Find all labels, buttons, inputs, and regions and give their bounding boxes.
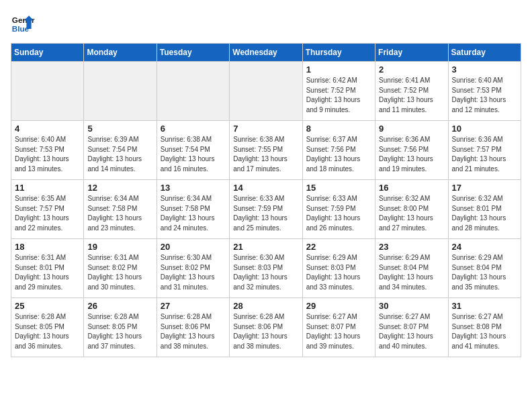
day-info: Sunrise: 6:41 AM Sunset: 7:52 PM Dayligh… (379, 76, 444, 115)
day-info: Sunrise: 6:27 AM Sunset: 8:07 PM Dayligh… (379, 312, 444, 351)
day-number: 1 (306, 64, 371, 75)
calendar-cell: 2Sunrise: 6:41 AM Sunset: 7:52 PM Daylig… (375, 62, 448, 121)
day-info: Sunrise: 6:27 AM Sunset: 8:08 PM Dayligh… (452, 312, 517, 351)
calendar-cell (84, 62, 157, 121)
calendar-cell: 23Sunrise: 6:29 AM Sunset: 8:04 PM Dayli… (375, 239, 448, 298)
day-number: 15 (306, 183, 371, 193)
day-number: 31 (452, 301, 517, 311)
calendar-cell: 9Sunrise: 6:36 AM Sunset: 7:56 PM Daylig… (375, 121, 448, 180)
calendar-cell: 1Sunrise: 6:42 AM Sunset: 7:52 PM Daylig… (302, 62, 375, 121)
day-info: Sunrise: 6:29 AM Sunset: 8:03 PM Dayligh… (306, 253, 371, 292)
day-number: 14 (233, 183, 298, 193)
day-info: Sunrise: 6:35 AM Sunset: 7:57 PM Dayligh… (15, 194, 80, 233)
day-number: 29 (306, 301, 371, 311)
weekday-header: Tuesday (157, 44, 229, 62)
calendar-cell: 28Sunrise: 6:28 AM Sunset: 8:06 PM Dayli… (230, 298, 302, 357)
day-number: 12 (87, 183, 152, 193)
day-info: Sunrise: 6:36 AM Sunset: 7:56 PM Dayligh… (379, 135, 444, 174)
calendar-cell: 16Sunrise: 6:32 AM Sunset: 8:00 PM Dayli… (375, 180, 448, 239)
logo: General Blue (11, 11, 35, 35)
calendar-cell: 11Sunrise: 6:35 AM Sunset: 7:57 PM Dayli… (11, 180, 84, 239)
calendar-cell: 19Sunrise: 6:31 AM Sunset: 8:02 PM Dayli… (84, 239, 157, 298)
day-info: Sunrise: 6:29 AM Sunset: 8:04 PM Dayligh… (379, 253, 444, 292)
day-number: 28 (233, 301, 298, 311)
day-number: 11 (15, 183, 80, 193)
day-number: 10 (452, 124, 517, 134)
day-info: Sunrise: 6:38 AM Sunset: 7:55 PM Dayligh… (233, 135, 298, 174)
day-info: Sunrise: 6:32 AM Sunset: 8:01 PM Dayligh… (452, 194, 517, 233)
day-number: 18 (15, 242, 80, 252)
calendar-cell: 5Sunrise: 6:39 AM Sunset: 7:54 PM Daylig… (84, 121, 157, 180)
day-number: 3 (452, 64, 517, 75)
day-info: Sunrise: 6:38 AM Sunset: 7:54 PM Dayligh… (161, 135, 226, 174)
calendar-cell: 25Sunrise: 6:28 AM Sunset: 8:05 PM Dayli… (11, 298, 84, 357)
calendar-cell: 4Sunrise: 6:40 AM Sunset: 7:53 PM Daylig… (11, 121, 84, 180)
calendar-cell: 3Sunrise: 6:40 AM Sunset: 7:53 PM Daylig… (448, 62, 521, 121)
day-number: 20 (161, 242, 226, 252)
day-number: 19 (87, 242, 152, 252)
day-number: 24 (452, 242, 517, 252)
day-number: 2 (379, 64, 444, 75)
day-number: 6 (161, 124, 226, 134)
calendar-cell: 20Sunrise: 6:30 AM Sunset: 8:02 PM Dayli… (157, 239, 229, 298)
day-info: Sunrise: 6:40 AM Sunset: 7:53 PM Dayligh… (452, 76, 517, 115)
day-info: Sunrise: 6:31 AM Sunset: 8:02 PM Dayligh… (87, 253, 152, 292)
calendar-cell: 27Sunrise: 6:28 AM Sunset: 8:06 PM Dayli… (157, 298, 229, 357)
calendar-cell (157, 62, 229, 121)
calendar-cell: 15Sunrise: 6:33 AM Sunset: 7:59 PM Dayli… (302, 180, 375, 239)
day-info: Sunrise: 6:27 AM Sunset: 8:07 PM Dayligh… (306, 312, 371, 351)
day-number: 5 (87, 124, 152, 134)
day-number: 16 (379, 183, 444, 193)
logo-icon: General Blue (11, 11, 35, 35)
calendar-cell: 7Sunrise: 6:38 AM Sunset: 7:55 PM Daylig… (230, 121, 302, 180)
day-number: 9 (379, 124, 444, 134)
day-info: Sunrise: 6:28 AM Sunset: 8:05 PM Dayligh… (87, 312, 152, 351)
day-info: Sunrise: 6:28 AM Sunset: 8:06 PM Dayligh… (233, 312, 298, 351)
calendar-cell: 31Sunrise: 6:27 AM Sunset: 8:08 PM Dayli… (448, 298, 521, 357)
day-info: Sunrise: 6:33 AM Sunset: 7:59 PM Dayligh… (306, 194, 371, 233)
day-info: Sunrise: 6:30 AM Sunset: 8:03 PM Dayligh… (233, 253, 298, 292)
calendar-cell: 29Sunrise: 6:27 AM Sunset: 8:07 PM Dayli… (302, 298, 375, 357)
day-info: Sunrise: 6:28 AM Sunset: 8:06 PM Dayligh… (161, 312, 226, 351)
weekday-header: Wednesday (230, 44, 302, 62)
day-number: 21 (233, 242, 298, 252)
calendar-cell: 22Sunrise: 6:29 AM Sunset: 8:03 PM Dayli… (302, 239, 375, 298)
weekday-header: Friday (375, 44, 448, 62)
calendar-table: SundayMondayTuesdayWednesdayThursdayFrid… (11, 43, 521, 357)
day-number: 4 (15, 124, 80, 134)
day-info: Sunrise: 6:28 AM Sunset: 8:05 PM Dayligh… (15, 312, 80, 351)
day-info: Sunrise: 6:39 AM Sunset: 7:54 PM Dayligh… (87, 135, 152, 174)
day-info: Sunrise: 6:32 AM Sunset: 8:00 PM Dayligh… (379, 194, 444, 233)
day-number: 22 (306, 242, 371, 252)
calendar-cell (11, 62, 84, 121)
day-info: Sunrise: 6:40 AM Sunset: 7:53 PM Dayligh… (15, 135, 80, 174)
day-number: 25 (15, 301, 80, 311)
calendar-cell: 17Sunrise: 6:32 AM Sunset: 8:01 PM Dayli… (448, 180, 521, 239)
calendar-cell: 30Sunrise: 6:27 AM Sunset: 8:07 PM Dayli… (375, 298, 448, 357)
calendar-cell: 10Sunrise: 6:36 AM Sunset: 7:57 PM Dayli… (448, 121, 521, 180)
day-number: 8 (306, 124, 371, 134)
day-number: 27 (161, 301, 226, 311)
calendar-cell: 14Sunrise: 6:33 AM Sunset: 7:59 PM Dayli… (230, 180, 302, 239)
calendar-cell: 6Sunrise: 6:38 AM Sunset: 7:54 PM Daylig… (157, 121, 229, 180)
day-info: Sunrise: 6:31 AM Sunset: 8:01 PM Dayligh… (15, 253, 80, 292)
calendar-cell: 8Sunrise: 6:37 AM Sunset: 7:56 PM Daylig… (302, 121, 375, 180)
day-number: 30 (379, 301, 444, 311)
calendar-cell: 13Sunrise: 6:34 AM Sunset: 7:58 PM Dayli… (157, 180, 229, 239)
day-number: 7 (233, 124, 298, 134)
day-info: Sunrise: 6:34 AM Sunset: 7:58 PM Dayligh… (87, 194, 152, 233)
day-info: Sunrise: 6:34 AM Sunset: 7:58 PM Dayligh… (161, 194, 226, 233)
weekday-header: Thursday (302, 44, 375, 62)
calendar-cell: 21Sunrise: 6:30 AM Sunset: 8:03 PM Dayli… (230, 239, 302, 298)
calendar-cell: 26Sunrise: 6:28 AM Sunset: 8:05 PM Dayli… (84, 298, 157, 357)
day-number: 26 (87, 301, 152, 311)
weekday-header: Saturday (448, 44, 521, 62)
page-header: General Blue (11, 11, 521, 35)
day-number: 13 (161, 183, 226, 193)
day-info: Sunrise: 6:36 AM Sunset: 7:57 PM Dayligh… (452, 135, 517, 174)
calendar-cell (230, 62, 302, 121)
calendar-cell: 18Sunrise: 6:31 AM Sunset: 8:01 PM Dayli… (11, 239, 84, 298)
day-info: Sunrise: 6:30 AM Sunset: 8:02 PM Dayligh… (161, 253, 226, 292)
day-info: Sunrise: 6:29 AM Sunset: 8:04 PM Dayligh… (452, 253, 517, 292)
day-info: Sunrise: 6:37 AM Sunset: 7:56 PM Dayligh… (306, 135, 371, 174)
